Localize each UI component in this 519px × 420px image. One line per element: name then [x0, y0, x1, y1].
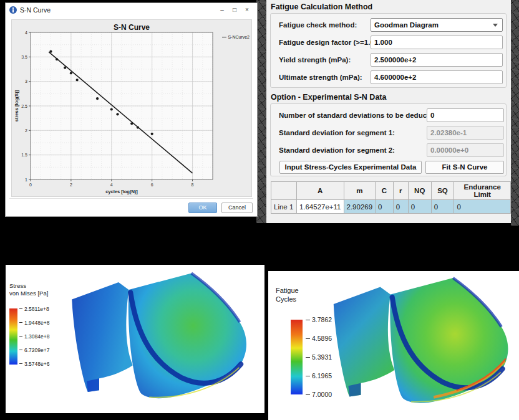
- svg-text:0: 0: [29, 183, 32, 187]
- col-header-NQ: NQ: [408, 182, 431, 200]
- tick-mark: [19, 363, 22, 364]
- legend-title-line2: von Mises [Pa]: [9, 290, 48, 297]
- stress-legend-title: Stress von Mises [Pa]: [9, 282, 48, 297]
- svg-text:cycles [log(N)]: cycles [log(N)]: [105, 189, 138, 194]
- window-title: S-N Curve: [20, 6, 51, 14]
- colorbar-tick-label: 2.5811e+8: [19, 306, 49, 312]
- svg-text:8: 8: [192, 183, 194, 187]
- svg-text:6: 6: [151, 183, 153, 187]
- stress-result-view: Stress von Mises [Pa] 2.5811e+8 1.9448e+…: [6, 265, 264, 413]
- tick-mark: [306, 376, 310, 376]
- tick-mark: [19, 322, 22, 323]
- ultimate-strength-input[interactable]: [371, 70, 503, 84]
- legend-label: S-NCurve2: [228, 35, 250, 39]
- tick-mark: [306, 320, 310, 320]
- fatigue-check-method-value: Goodman Diagram: [374, 21, 439, 29]
- minimize-button[interactable]: –: [216, 4, 228, 16]
- cell-NQ[interactable]: 0: [408, 200, 431, 214]
- fatigue-check-method-label: Fatigue check method:: [279, 18, 357, 32]
- input-experimental-data-button[interactable]: Input Stress-Cycles Experimental Data: [279, 161, 422, 174]
- svg-text:1: 1: [25, 178, 27, 182]
- sn-coefficients-table: A m C r NQ SQ Endurance Limit Line 1 1.6…: [271, 181, 511, 214]
- colorbar-tick-label: 3.5748e+6: [19, 361, 49, 367]
- titlebar: S-N Curve – □ ×: [6, 3, 257, 17]
- chart-legend: S-NCurve2: [222, 35, 250, 39]
- segment2-label: Standard deviation for segment 2:: [279, 143, 395, 157]
- fit-sn-curve-button[interactable]: Fit S-N Curve: [425, 161, 504, 174]
- tick-mark: [19, 350, 22, 350]
- legend-line-marker: [222, 37, 226, 37]
- yield-strength-input[interactable]: [371, 53, 503, 67]
- col-header-SQ: SQ: [431, 182, 454, 200]
- svg-text:1.5: 1.5: [21, 153, 27, 157]
- deviations-input[interactable]: [427, 108, 504, 122]
- segment1-input: [427, 126, 504, 140]
- row-header-line1[interactable]: Line 1: [271, 200, 297, 214]
- table-header-row: A m C r NQ SQ Endurance Limit: [271, 182, 511, 200]
- turbine-blade-fatigue-view: [326, 271, 519, 420]
- section-title-experimental-data: Option - Experimental S-N Data: [271, 93, 386, 102]
- legend-title-line2: Cycles: [276, 295, 299, 304]
- cell-SQ[interactable]: 0: [431, 200, 454, 214]
- table-row: Line 1 1.64527e+11 2.90269 0 0 0 0 0: [271, 200, 511, 214]
- fatigue-check-method-select[interactable]: Goodman Diagram: [371, 18, 503, 32]
- legend-title-line1: Fatigue: [276, 287, 299, 295]
- design-factor-input[interactable]: [371, 36, 503, 49]
- col-header-C: C: [376, 182, 394, 200]
- cancel-button[interactable]: Cancel: [221, 203, 253, 213]
- ok-button[interactable]: OK: [188, 203, 217, 213]
- sn-curve-plot: 0246811.522.533.54cycles [log(N)]stress …: [12, 20, 253, 198]
- col-header-blank: [271, 182, 297, 200]
- segment1-label: Standard deviation for segment 1:: [279, 126, 395, 140]
- fatigue-method-groupbox: Fatigue check method: Goodman Diagram Fa…: [270, 13, 507, 88]
- stress-colorbar: [9, 308, 17, 365]
- fatigue-settings-panel: Fatigue Calculation Method Fatigue check…: [266, 0, 511, 223]
- colorbar-tick-label: 1.9448e+8: [19, 320, 49, 326]
- svg-text:2: 2: [70, 183, 72, 187]
- tick-mark: [306, 338, 310, 339]
- fatigue-colorbar: [291, 320, 303, 394]
- col-header-m: m: [344, 182, 376, 200]
- tick-mark: [19, 336, 22, 336]
- sn-curve-window: S-N Curve – □ × S-N Curve 0246811.522.53…: [5, 2, 258, 217]
- background-mesh-texture: [256, 0, 266, 223]
- col-header-endurance-limit: Endurance Limit: [454, 182, 511, 200]
- close-button[interactable]: ×: [241, 4, 253, 16]
- cell-m[interactable]: 2.90269: [344, 200, 376, 214]
- tick-mark: [19, 308, 22, 309]
- app-icon: [9, 6, 17, 14]
- divider: [9, 198, 253, 199]
- tick-mark: [306, 357, 310, 358]
- colorbar-tick-label: 6.7209e+7: [19, 347, 49, 353]
- legend-title-line1: Stress: [9, 282, 48, 290]
- maximize-button[interactable]: □: [228, 4, 241, 16]
- svg-text:2.5: 2.5: [21, 104, 27, 108]
- col-header-A: A: [296, 182, 344, 200]
- svg-text:4: 4: [110, 183, 113, 187]
- yield-strength-label: Yield strength (mPa):: [279, 53, 351, 67]
- svg-text:3.5: 3.5: [21, 55, 27, 59]
- ultimate-strength-label: Ultimate strength (mPa):: [279, 70, 362, 84]
- col-header-r: r: [393, 182, 408, 200]
- tick-mark: [306, 394, 310, 395]
- section-title-fatigue-method: Fatigue Calculation Method: [271, 2, 372, 11]
- svg-text:3: 3: [25, 79, 27, 84]
- background-mesh-texture: [511, 0, 519, 226]
- colorbar-tick-label: 1.3084e+8: [19, 333, 49, 340]
- turbine-blade-stress-view: [57, 270, 264, 412]
- design-factor-label: Fatigue design factor (>=1.0):: [279, 36, 379, 49]
- cell-A[interactable]: 1.64527e+11: [296, 200, 344, 214]
- cell-r[interactable]: 0: [393, 200, 408, 214]
- segment2-input: [427, 143, 504, 157]
- svg-text:2: 2: [25, 128, 27, 133]
- sn-chart-panel: S-N Curve 0246811.522.533.54cycles [log(…: [11, 19, 252, 197]
- fatigue-legend-title: Fatigue Cycles: [276, 287, 299, 304]
- cell-endurance-limit[interactable]: 0: [454, 200, 511, 214]
- fatigue-result-view: Fatigue Cycles 3.7862 4.5896 5.3931 6.19…: [268, 271, 519, 420]
- svg-text:4: 4: [25, 31, 27, 35]
- deviations-label: Number of standard deviations to be dedu…: [279, 108, 440, 122]
- cell-C[interactable]: 0: [376, 200, 394, 214]
- svg-text:stress [log(S)]: stress [log(S)]: [14, 90, 19, 122]
- chevron-down-icon: [493, 24, 498, 27]
- experimental-data-groupbox: Number of standard deviations to be dedu…: [270, 103, 507, 176]
